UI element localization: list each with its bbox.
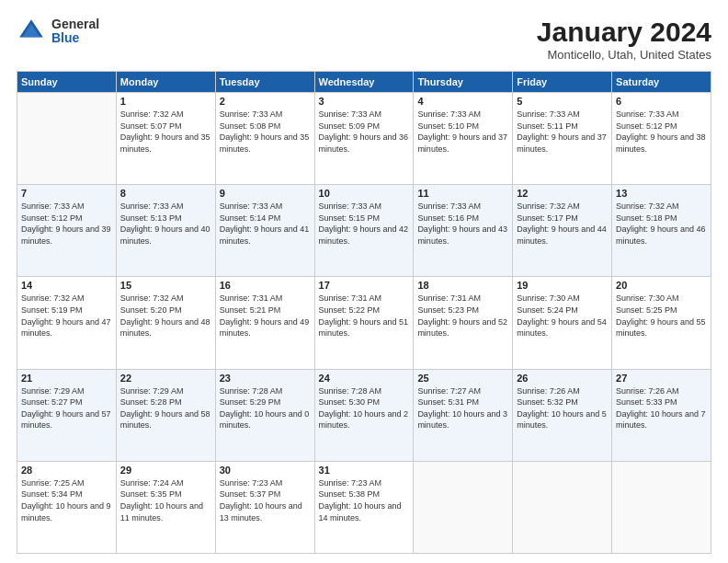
- cell-detail: Sunrise: 7:27 AMSunset: 5:31 PMDaylight:…: [417, 385, 508, 431]
- col-header-thursday: Thursday: [414, 72, 513, 93]
- day-number: 1: [120, 96, 211, 107]
- calendar-cell: 2Sunrise: 7:33 AMSunset: 5:08 PMDaylight…: [215, 93, 314, 185]
- calendar-cell: 10Sunrise: 7:33 AMSunset: 5:15 PMDayligh…: [314, 185, 414, 277]
- day-number: 18: [417, 280, 508, 291]
- cell-detail: Sunrise: 7:33 AMSunset: 5:16 PMDaylight:…: [417, 201, 508, 247]
- page: General Blue January 2024 Monticello, Ut…: [0, 0, 728, 563]
- calendar-cell: 27Sunrise: 7:26 AMSunset: 5:33 PMDayligh…: [612, 369, 711, 461]
- cell-detail: Sunrise: 7:29 AMSunset: 5:27 PMDaylight:…: [21, 385, 112, 431]
- day-number: 3: [319, 96, 410, 107]
- calendar-cell: 3Sunrise: 7:33 AMSunset: 5:09 PMDaylight…: [314, 93, 414, 185]
- calendar-cell: 8Sunrise: 7:33 AMSunset: 5:13 PMDaylight…: [116, 185, 215, 277]
- cell-detail: Sunrise: 7:32 AMSunset: 5:19 PMDaylight:…: [21, 293, 112, 339]
- calendar-cell: 28Sunrise: 7:25 AMSunset: 5:34 PMDayligh…: [17, 461, 117, 553]
- cell-detail: Sunrise: 7:32 AMSunset: 5:18 PMDaylight:…: [616, 201, 707, 247]
- cell-detail: Sunrise: 7:32 AMSunset: 5:17 PMDaylight:…: [517, 201, 608, 247]
- calendar-cell: 31Sunrise: 7:23 AMSunset: 5:38 PMDayligh…: [314, 461, 414, 553]
- calendar-cell: [612, 461, 711, 553]
- cell-detail: Sunrise: 7:31 AMSunset: 5:22 PMDaylight:…: [319, 293, 410, 339]
- day-number: 26: [517, 373, 608, 384]
- day-number: 24: [319, 373, 410, 384]
- cell-detail: Sunrise: 7:33 AMSunset: 5:10 PMDaylight:…: [417, 109, 508, 155]
- calendar-cell: 21Sunrise: 7:29 AMSunset: 5:27 PMDayligh…: [17, 369, 117, 461]
- calendar-cell: 14Sunrise: 7:32 AMSunset: 5:19 PMDayligh…: [17, 277, 117, 369]
- cell-detail: Sunrise: 7:29 AMSunset: 5:28 PMDaylight:…: [120, 385, 211, 431]
- cell-detail: Sunrise: 7:30 AMSunset: 5:24 PMDaylight:…: [517, 293, 608, 339]
- header: General Blue January 2024 Monticello, Ut…: [17, 17, 711, 62]
- cell-detail: Sunrise: 7:26 AMSunset: 5:32 PMDaylight:…: [517, 385, 608, 431]
- calendar-cell: 13Sunrise: 7:32 AMSunset: 5:18 PMDayligh…: [612, 185, 711, 277]
- day-number: 20: [616, 280, 707, 291]
- cell-detail: Sunrise: 7:32 AMSunset: 5:07 PMDaylight:…: [120, 109, 211, 155]
- day-number: 2: [220, 96, 311, 107]
- cell-detail: Sunrise: 7:32 AMSunset: 5:20 PMDaylight:…: [120, 293, 211, 339]
- calendar-cell: [513, 461, 612, 553]
- cell-detail: Sunrise: 7:33 AMSunset: 5:14 PMDaylight:…: [220, 201, 311, 247]
- cell-detail: Sunrise: 7:33 AMSunset: 5:09 PMDaylight:…: [319, 109, 410, 155]
- day-number: 29: [120, 465, 211, 476]
- day-number: 15: [120, 280, 211, 291]
- calendar-cell: 11Sunrise: 7:33 AMSunset: 5:16 PMDayligh…: [414, 185, 513, 277]
- cell-detail: Sunrise: 7:33 AMSunset: 5:13 PMDaylight:…: [120, 201, 211, 247]
- calendar-cell: 7Sunrise: 7:33 AMSunset: 5:12 PMDaylight…: [17, 185, 117, 277]
- logo-icon: [17, 17, 46, 46]
- calendar-cell: 19Sunrise: 7:30 AMSunset: 5:24 PMDayligh…: [513, 277, 612, 369]
- calendar-cell: 1Sunrise: 7:32 AMSunset: 5:07 PMDaylight…: [116, 93, 215, 185]
- cell-detail: Sunrise: 7:23 AMSunset: 5:37 PMDaylight:…: [220, 477, 311, 523]
- day-number: 14: [21, 280, 112, 291]
- calendar-cell: 25Sunrise: 7:27 AMSunset: 5:31 PMDayligh…: [414, 369, 513, 461]
- col-header-friday: Friday: [513, 72, 612, 93]
- cell-detail: Sunrise: 7:31 AMSunset: 5:23 PMDaylight:…: [417, 293, 508, 339]
- col-header-tuesday: Tuesday: [215, 72, 314, 93]
- calendar-cell: 17Sunrise: 7:31 AMSunset: 5:22 PMDayligh…: [314, 277, 414, 369]
- cell-detail: Sunrise: 7:25 AMSunset: 5:34 PMDaylight:…: [21, 477, 112, 523]
- cell-detail: Sunrise: 7:33 AMSunset: 5:08 PMDaylight:…: [220, 109, 311, 155]
- col-header-monday: Monday: [116, 72, 215, 93]
- day-number: 17: [319, 280, 410, 291]
- calendar-cell: 24Sunrise: 7:28 AMSunset: 5:30 PMDayligh…: [314, 369, 414, 461]
- cell-detail: Sunrise: 7:33 AMSunset: 5:11 PMDaylight:…: [517, 109, 608, 155]
- day-number: 10: [319, 188, 410, 199]
- calendar-cell: 5Sunrise: 7:33 AMSunset: 5:11 PMDaylight…: [513, 93, 612, 185]
- col-header-sunday: Sunday: [17, 72, 117, 93]
- cell-detail: Sunrise: 7:31 AMSunset: 5:21 PMDaylight:…: [220, 293, 311, 339]
- logo-blue: Blue: [51, 31, 99, 45]
- calendar-table: SundayMondayTuesdayWednesdayThursdayFrid…: [17, 71, 711, 554]
- logo-text: General Blue: [51, 17, 99, 46]
- day-number: 8: [120, 188, 211, 199]
- day-number: 23: [220, 373, 311, 384]
- day-number: 16: [220, 280, 311, 291]
- day-number: 4: [417, 96, 508, 107]
- cell-detail: Sunrise: 7:33 AMSunset: 5:12 PMDaylight:…: [21, 201, 112, 247]
- cell-detail: Sunrise: 7:26 AMSunset: 5:33 PMDaylight:…: [616, 385, 707, 431]
- col-header-saturday: Saturday: [612, 72, 711, 93]
- cell-detail: Sunrise: 7:28 AMSunset: 5:30 PMDaylight:…: [319, 385, 410, 431]
- location: Monticello, Utah, United States: [537, 48, 711, 62]
- calendar-cell: [414, 461, 513, 553]
- day-number: 6: [616, 96, 707, 107]
- day-number: 13: [616, 188, 707, 199]
- month-title: January 2024: [537, 17, 711, 48]
- day-number: 11: [417, 188, 508, 199]
- cell-detail: Sunrise: 7:30 AMSunset: 5:25 PMDaylight:…: [616, 293, 707, 339]
- day-number: 7: [21, 188, 112, 199]
- title-block: January 2024 Monticello, Utah, United St…: [537, 17, 711, 62]
- calendar-cell: 29Sunrise: 7:24 AMSunset: 5:35 PMDayligh…: [116, 461, 215, 553]
- calendar-cell: 18Sunrise: 7:31 AMSunset: 5:23 PMDayligh…: [414, 277, 513, 369]
- day-number: 31: [319, 465, 410, 476]
- calendar-cell: 30Sunrise: 7:23 AMSunset: 5:37 PMDayligh…: [215, 461, 314, 553]
- day-number: 9: [220, 188, 311, 199]
- col-header-wednesday: Wednesday: [314, 72, 414, 93]
- calendar-cell: 9Sunrise: 7:33 AMSunset: 5:14 PMDaylight…: [215, 185, 314, 277]
- day-number: 5: [517, 96, 608, 107]
- calendar-cell: 12Sunrise: 7:32 AMSunset: 5:17 PMDayligh…: [513, 185, 612, 277]
- cell-detail: Sunrise: 7:23 AMSunset: 5:38 PMDaylight:…: [319, 477, 410, 523]
- day-number: 27: [616, 373, 707, 384]
- day-number: 19: [517, 280, 608, 291]
- calendar-cell: 15Sunrise: 7:32 AMSunset: 5:20 PMDayligh…: [116, 277, 215, 369]
- day-number: 28: [21, 465, 112, 476]
- logo: General Blue: [17, 17, 99, 46]
- logo-general: General: [51, 17, 99, 31]
- day-number: 21: [21, 373, 112, 384]
- day-number: 25: [417, 373, 508, 384]
